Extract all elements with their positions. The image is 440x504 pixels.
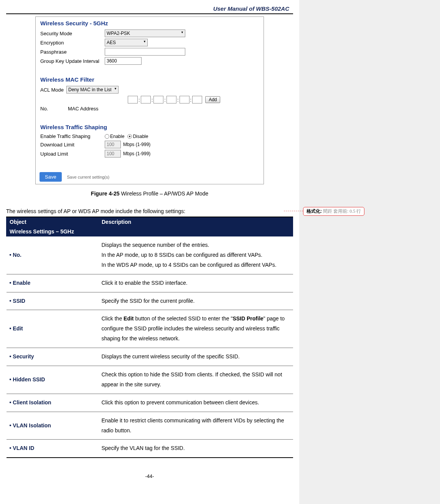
intro-text: The wireless settings of AP or WDS AP mo…: [6, 208, 293, 214]
passphrase-label: Passphrase: [40, 49, 105, 55]
save-button[interactable]: Save: [40, 172, 62, 182]
ets-disable-radio[interactable]: [127, 134, 132, 139]
document-page: User Manual of WBS-502AC Wireless Securi…: [0, 0, 299, 504]
settings-table: Object Description Wireless Settings – 5…: [6, 217, 293, 458]
dl-label: Download Limit: [40, 142, 105, 148]
table-row-object: VLAN ID: [7, 440, 99, 458]
passphrase-input[interactable]: [105, 48, 185, 56]
table-row-description: Displays the current wireless security o…: [99, 348, 293, 366]
embedded-screenshot: Wireless Security - 5GHz Security Mode W…: [35, 16, 264, 184]
th-object: Object: [7, 217, 99, 227]
mac-table-header: No. MAC Address: [36, 105, 264, 112]
security-mode-label: Security Mode: [40, 31, 105, 36]
mac-hdr-addr: MAC Address: [68, 106, 98, 112]
add-button[interactable]: Add: [205, 96, 220, 103]
gkui-label: Group Key Update Interval: [40, 58, 105, 64]
table-row-description: Check this option to hide the SSID from …: [99, 366, 293, 394]
table-row-object: SSID: [7, 292, 99, 310]
table-row-object: VLAN Isolation: [7, 412, 99, 440]
comment-connector: [284, 211, 303, 211]
table-row-description: Displays the sequence number of the entr…: [99, 236, 293, 274]
word-comment: 格式化: 間距 套用前: 0.5 行: [303, 207, 364, 216]
acl-mode-label: ACL Mode: [40, 87, 66, 93]
mac-oct-2[interactable]: [141, 96, 151, 103]
table-row-description: Click the Edit button of the selected SS…: [99, 310, 293, 348]
section-mac-filter: Wireless MAC Filter: [36, 73, 264, 84]
ets-label: Enable Traffic Shaping: [40, 133, 105, 139]
mac-hdr-no: No.: [40, 106, 68, 112]
table-row-object: Enable: [7, 274, 99, 292]
table-row-description: Click it to enable the SSID interface.: [99, 274, 293, 292]
th-sub-wireless-settings: Wireless Settings – 5GHz: [7, 227, 293, 236]
title-divider: [6, 13, 293, 14]
dl-suffix: Mbps (1-999): [123, 142, 150, 147]
ul-input[interactable]: [105, 150, 121, 158]
table-row-object: Security: [7, 348, 99, 366]
page-number: -44-: [6, 473, 293, 479]
gkui-input[interactable]: [105, 57, 142, 65]
mac-oct-6[interactable]: [192, 96, 202, 103]
document-title: User Manual of WBS-502AC: [6, 5, 289, 12]
ets-enable-label: Enable: [110, 134, 124, 139]
ul-label: Upload Limit: [40, 151, 105, 157]
comment-bubble: 格式化: 間距 套用前: 0.5 行: [303, 207, 364, 216]
mac-input-row: ::::: Add: [128, 96, 264, 103]
encryption-label: Encryption: [40, 40, 105, 46]
ets-disable-label: Disable: [133, 134, 148, 139]
table-row-object: No.: [7, 236, 99, 274]
encryption-select[interactable]: AES: [105, 39, 148, 46]
table-row-object: Hidden SSID: [7, 366, 99, 394]
mac-oct-3[interactable]: [153, 96, 163, 103]
table-row-description: Click this option to prevent communicati…: [99, 394, 293, 412]
figure-text: Wireless Profile – AP/WDS AP Mode: [120, 190, 209, 197]
table-row-object: Edit: [7, 310, 99, 348]
figure-number: Figure 4-25: [91, 190, 120, 197]
mac-oct-5[interactable]: [180, 96, 190, 103]
dl-input[interactable]: [105, 141, 121, 148]
save-note: Save current setting(s): [67, 175, 110, 179]
comment-text: 間距 套用前: 0.5 行: [322, 208, 361, 214]
figure-caption: Figure 4-25 Wireless Profile – AP/WDS AP…: [6, 190, 293, 197]
mac-oct-4[interactable]: [166, 96, 176, 103]
table-row-description: Enable it to restrict clients communicat…: [99, 412, 293, 440]
comment-bold: 格式化:: [307, 208, 322, 214]
section-traffic-shaping: Wireless Traffic Shaping: [36, 121, 264, 132]
table-row-description: Specify the VLAN tag for the SSID.: [99, 440, 293, 458]
mac-oct-1[interactable]: [128, 96, 138, 103]
ets-enable-radio[interactable]: [105, 134, 109, 139]
th-description: Description: [99, 217, 293, 227]
security-mode-select[interactable]: WPA2-PSK: [105, 30, 185, 37]
ul-suffix: Mbps (1-999): [123, 151, 150, 156]
table-row-object: Client Isolation: [7, 394, 99, 412]
section-wireless-security: Wireless Security - 5GHz: [36, 17, 264, 28]
table-row-description: Specify the SSID for the current profile…: [99, 292, 293, 310]
acl-mode-select[interactable]: Deny MAC in the List: [66, 86, 119, 94]
